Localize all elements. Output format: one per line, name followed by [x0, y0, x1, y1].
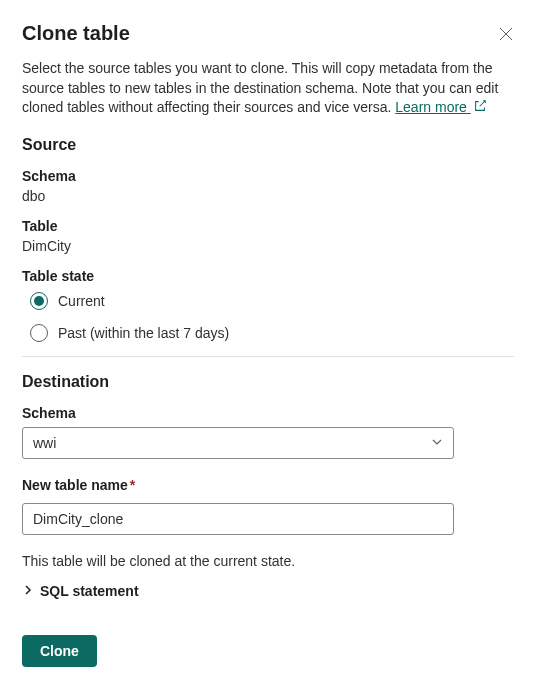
- close-icon: [499, 27, 513, 41]
- close-button[interactable]: [498, 26, 514, 42]
- dest-schema-select[interactable]: wwi: [22, 427, 454, 459]
- radio-icon-unselected: [30, 324, 48, 342]
- chevron-down-icon: [431, 435, 443, 451]
- chevron-right-icon: [22, 583, 34, 599]
- radio-past[interactable]: Past (within the last 7 days): [30, 324, 514, 342]
- sql-statement-label: SQL statement: [40, 583, 139, 599]
- new-table-name-input[interactable]: [22, 503, 454, 535]
- source-schema-label: Schema: [22, 168, 514, 184]
- clone-button[interactable]: Clone: [22, 635, 97, 667]
- source-heading: Source: [22, 136, 514, 154]
- dest-schema-value: wwi: [33, 435, 56, 451]
- sql-statement-expander[interactable]: SQL statement: [22, 583, 514, 599]
- new-table-name-label: New table name*: [22, 477, 514, 493]
- destination-heading: Destination: [22, 373, 514, 391]
- source-table-value: DimCity: [22, 238, 514, 254]
- dest-schema-label: Schema: [22, 405, 514, 421]
- radio-past-label: Past (within the last 7 days): [58, 325, 229, 341]
- section-divider: [22, 356, 514, 357]
- dialog-title: Clone table: [22, 22, 130, 45]
- dialog-description: Select the source tables you want to clo…: [22, 59, 514, 118]
- radio-icon-selected: [30, 292, 48, 310]
- clone-hint: This table will be cloned at the current…: [22, 553, 514, 569]
- required-indicator: *: [130, 477, 135, 493]
- source-schema-value: dbo: [22, 188, 514, 204]
- table-state-label: Table state: [22, 268, 514, 284]
- external-link-icon: [473, 99, 487, 119]
- radio-current-label: Current: [58, 293, 105, 309]
- learn-more-link[interactable]: Learn more: [395, 99, 470, 115]
- radio-current[interactable]: Current: [30, 292, 514, 310]
- source-table-label: Table: [22, 218, 514, 234]
